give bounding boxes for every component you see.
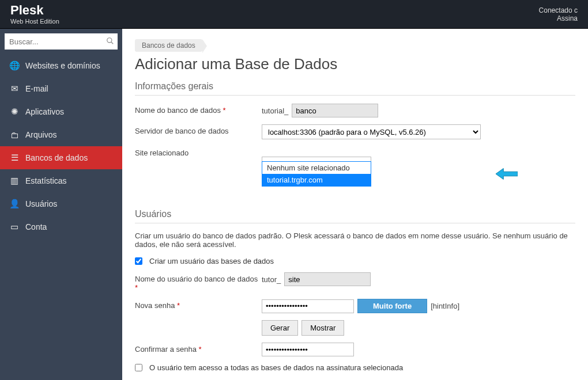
create-user-label: Criar um usuário das bases de dados — [149, 257, 274, 265]
top-right-status: Conectado c Assina — [539, 6, 578, 22]
db-name-input[interactable] — [292, 104, 378, 117]
password-input[interactable] — [262, 299, 354, 313]
search-input[interactable] — [9, 37, 106, 46]
access-all-label: O usuário tem acesso a todas as bases de… — [149, 363, 403, 372]
create-user-checkbox[interactable] — [135, 257, 142, 265]
users-description: Criar um usuário do banco de dados padrã… — [135, 231, 575, 249]
label-db-user: Nome do usuário do banco de dados — [135, 275, 258, 283]
password-hint: [hintInfo] — [431, 302, 459, 310]
main-content: Bancos de dados Adicionar uma Base de Da… — [122, 29, 588, 380]
brand-name: Plesk — [10, 3, 59, 17]
site-option-tutorial[interactable]: tutorial.trgbr.com — [262, 174, 371, 186]
search-input-wrap[interactable] — [5, 33, 118, 50]
svg-point-0 — [107, 37, 112, 42]
label-site: Site relacionado — [135, 146, 262, 157]
user-icon: 👤 — [9, 199, 20, 209]
label-db-server: Servidor de banco de dados — [135, 124, 262, 135]
section-general: Informações gerais — [135, 81, 575, 96]
user-prefix: tutor_ — [262, 275, 281, 284]
brand: Plesk Web Host Edition — [10, 3, 59, 24]
mail-icon: ✉ — [9, 83, 20, 94]
globe-icon: 🌐 — [9, 60, 20, 71]
sidebar-item-databases[interactable]: ☰Bancos de dados — [0, 146, 122, 169]
label-new-pass: Nova senha — [135, 301, 175, 310]
db-name-prefix: tutorial_ — [262, 107, 288, 115]
database-icon: ☰ — [9, 153, 20, 163]
sidebar-item-users[interactable]: 👤Usuários — [0, 192, 122, 215]
svg-line-1 — [111, 41, 114, 44]
search-icon — [106, 37, 114, 47]
sidebar-item-files[interactable]: 🗀Arquivos — [0, 123, 122, 146]
sidebar-item-apps[interactable]: ✺Aplicativos — [0, 100, 122, 123]
card-icon: ▭ — [9, 222, 20, 232]
label-confirm-pass: Confirmar a senha — [135, 345, 197, 354]
db-server-select[interactable]: localhost:3306 (padrão para o MySQL, v5.… — [262, 124, 481, 139]
breadcrumb[interactable]: Bancos de dados — [135, 39, 202, 52]
sidebar-item-stats[interactable]: ▥Estatísticas — [0, 169, 122, 192]
brand-sub: Web Host Edition — [10, 18, 59, 25]
user-name-input[interactable] — [284, 272, 371, 286]
section-users: Usuários — [135, 209, 575, 223]
sidebar-item-websites[interactable]: 🌐Websites e domínios — [0, 54, 122, 77]
gear-icon: ✺ — [9, 107, 20, 117]
folder-icon: 🗀 — [9, 130, 20, 140]
sidebar-item-email[interactable]: ✉E-mail — [0, 77, 122, 100]
password-strength-badge: Muito forte — [357, 299, 427, 313]
generate-button[interactable]: Gerar — [262, 320, 298, 336]
sidebar-item-account[interactable]: ▭Conta — [0, 215, 122, 238]
show-button[interactable]: Mostrar — [301, 320, 344, 336]
sidebar: 🌐Websites e domínios ✉E-mail ✺Aplicativo… — [0, 29, 122, 380]
confirm-password-input[interactable] — [262, 343, 354, 356]
arrow-pointer-icon — [496, 168, 518, 181]
page-title: Adicionar uma Base de Dados — [135, 55, 575, 73]
site-dropdown-open[interactable]: Nenhum site relacionado tutorial.trgbr.c… — [262, 161, 371, 187]
stats-icon: ▥ — [9, 176, 20, 186]
label-db-name: Nome do banco de dados — [135, 106, 221, 115]
access-all-checkbox[interactable] — [135, 364, 142, 371]
site-option-none[interactable]: Nenhum site relacionado — [262, 162, 371, 174]
